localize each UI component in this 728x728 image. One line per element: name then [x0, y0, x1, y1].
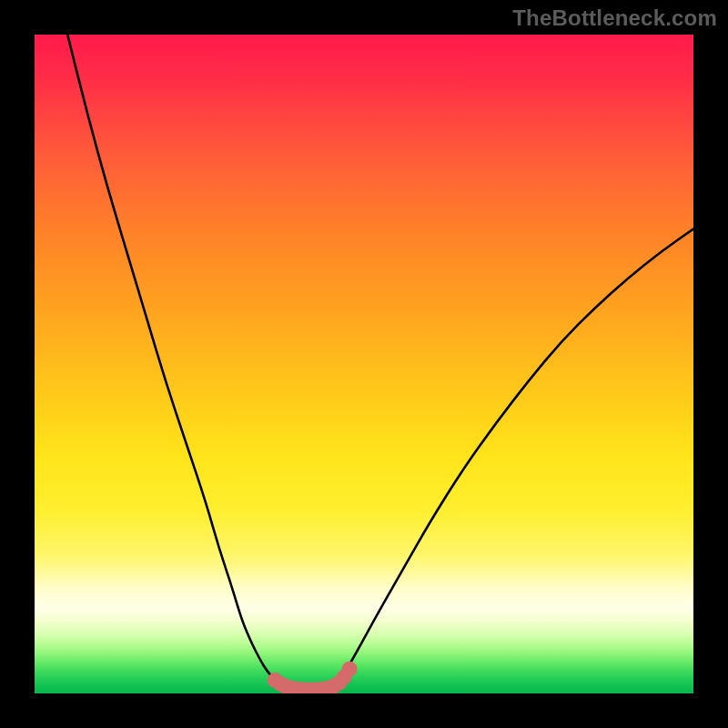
bottleneck-curve: [67, 35, 693, 690]
plot-area: [35, 35, 693, 693]
valley-marker: [342, 662, 358, 677]
valley-markers: [268, 662, 358, 693]
chart-frame: TheBottleneck.com: [0, 0, 728, 728]
curves-layer: [35, 35, 693, 693]
watermark-text: TheBottleneck.com: [512, 5, 717, 31]
